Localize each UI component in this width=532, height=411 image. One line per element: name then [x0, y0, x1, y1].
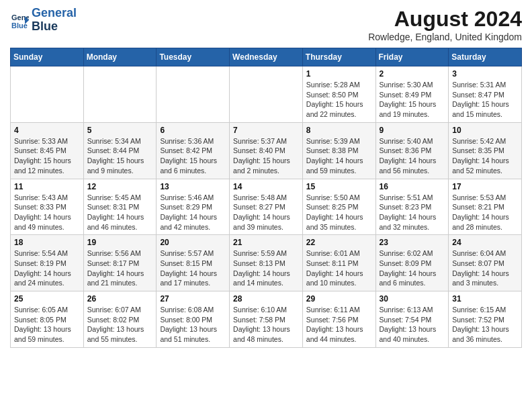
calendar-cell: 29Sunrise: 6:11 AM Sunset: 7:56 PM Dayli… [302, 291, 375, 348]
day-info: Sunrise: 5:43 AM Sunset: 8:33 PM Dayligh… [14, 193, 80, 232]
calendar-cell: 1Sunrise: 5:28 AM Sunset: 8:50 PM Daylig… [302, 66, 375, 123]
calendar-cell [11, 66, 84, 123]
calendar-cell: 13Sunrise: 5:46 AM Sunset: 8:29 PM Dayli… [157, 179, 230, 235]
day-number: 17 [452, 182, 518, 191]
day-info: Sunrise: 6:02 AM Sunset: 8:09 PM Dayligh… [380, 248, 445, 288]
day-info: Sunrise: 5:40 AM Sunset: 8:36 PM Dayligh… [380, 136, 445, 176]
day-info: Sunrise: 6:15 AM Sunset: 7:52 PM Dayligh… [452, 305, 518, 345]
calendar-cell: 9Sunrise: 5:40 AM Sunset: 8:36 PM Daylig… [375, 122, 449, 179]
day-info: Sunrise: 5:57 AM Sunset: 8:15 PM Dayligh… [160, 248, 226, 288]
calendar-cell: 2Sunrise: 5:30 AM Sunset: 8:49 PM Daylig… [375, 66, 449, 123]
calendar-cell: 26Sunrise: 6:07 AM Sunset: 8:02 PM Dayli… [83, 291, 157, 348]
day-number: 3 [452, 69, 518, 79]
subtitle: Rowledge, England, United Kingdom [368, 32, 522, 42]
day-info: Sunrise: 5:48 AM Sunset: 8:27 PM Dayligh… [233, 193, 299, 232]
day-info: Sunrise: 5:42 AM Sunset: 8:35 PM Dayligh… [452, 136, 518, 176]
calendar-cell [83, 66, 157, 123]
weekday-header-tuesday: Tuesday [157, 48, 230, 66]
day-number: 30 [380, 294, 445, 304]
calendar-cell [230, 66, 303, 123]
calendar-cell: 22Sunrise: 6:01 AM Sunset: 8:11 PM Dayli… [302, 235, 375, 291]
weekday-header-row: SundayMondayTuesdayWednesdayThursdayFrid… [11, 48, 522, 66]
day-number: 1 [306, 69, 372, 79]
day-info: Sunrise: 6:13 AM Sunset: 7:54 PM Dayligh… [380, 305, 445, 345]
day-info: Sunrise: 5:54 AM Sunset: 8:19 PM Dayligh… [14, 248, 80, 288]
weekday-header-saturday: Saturday [449, 48, 522, 66]
week-row-5: 25Sunrise: 6:05 AM Sunset: 8:05 PM Dayli… [11, 291, 522, 348]
day-number: 14 [233, 182, 299, 191]
calendar-cell: 7Sunrise: 5:37 AM Sunset: 8:40 PM Daylig… [230, 122, 303, 179]
day-number: 20 [160, 238, 226, 247]
day-info: Sunrise: 6:07 AM Sunset: 8:02 PM Dayligh… [87, 305, 153, 345]
day-number: 2 [380, 69, 445, 79]
day-info: Sunrise: 5:36 AM Sunset: 8:42 PM Dayligh… [160, 136, 226, 176]
calendar-cell: 23Sunrise: 6:02 AM Sunset: 8:09 PM Dayli… [375, 235, 449, 291]
day-number: 9 [380, 126, 445, 135]
day-info: Sunrise: 6:05 AM Sunset: 8:05 PM Dayligh… [14, 305, 80, 345]
day-number: 21 [233, 238, 299, 247]
day-info: Sunrise: 5:37 AM Sunset: 8:40 PM Dayligh… [233, 136, 299, 176]
day-info: Sunrise: 5:34 AM Sunset: 8:44 PM Dayligh… [87, 136, 153, 176]
day-number: 19 [87, 238, 153, 247]
calendar-cell: 31Sunrise: 6:15 AM Sunset: 7:52 PM Dayli… [449, 291, 522, 348]
calendar-cell: 16Sunrise: 5:51 AM Sunset: 8:23 PM Dayli… [375, 179, 449, 235]
day-info: Sunrise: 5:53 AM Sunset: 8:21 PM Dayligh… [452, 193, 518, 232]
calendar-cell: 27Sunrise: 6:08 AM Sunset: 8:00 PM Dayli… [157, 291, 230, 348]
calendar-cell: 5Sunrise: 5:34 AM Sunset: 8:44 PM Daylig… [83, 122, 157, 179]
logo-general: General [32, 7, 77, 20]
calendar-cell: 25Sunrise: 6:05 AM Sunset: 8:05 PM Dayli… [11, 291, 84, 348]
logo-icon: General Blue [10, 11, 29, 30]
day-info: Sunrise: 5:28 AM Sunset: 8:50 PM Dayligh… [306, 80, 372, 120]
calendar-cell: 12Sunrise: 5:45 AM Sunset: 8:31 PM Dayli… [83, 179, 157, 235]
day-number: 31 [452, 294, 518, 304]
day-number: 7 [233, 126, 299, 135]
day-number: 25 [14, 294, 80, 304]
calendar-cell: 18Sunrise: 5:54 AM Sunset: 8:19 PM Dayli… [11, 235, 84, 291]
day-info: Sunrise: 5:50 AM Sunset: 8:25 PM Dayligh… [306, 193, 372, 232]
day-info: Sunrise: 5:30 AM Sunset: 8:49 PM Dayligh… [380, 80, 445, 120]
week-row-4: 18Sunrise: 5:54 AM Sunset: 8:19 PM Dayli… [11, 235, 522, 291]
title-area: August 2024 Rowledge, England, United Ki… [368, 7, 522, 42]
day-number: 6 [160, 126, 226, 135]
logo-blue: Blue [32, 20, 77, 34]
day-number: 5 [87, 126, 153, 135]
calendar-cell: 19Sunrise: 5:56 AM Sunset: 8:17 PM Dayli… [83, 235, 157, 291]
day-number: 12 [87, 182, 153, 191]
day-info: Sunrise: 6:04 AM Sunset: 8:07 PM Dayligh… [452, 248, 518, 288]
day-info: Sunrise: 5:59 AM Sunset: 8:13 PM Dayligh… [233, 248, 299, 288]
day-info: Sunrise: 6:11 AM Sunset: 7:56 PM Dayligh… [306, 305, 372, 345]
calendar-cell: 14Sunrise: 5:48 AM Sunset: 8:27 PM Dayli… [230, 179, 303, 235]
day-number: 22 [306, 238, 372, 247]
weekday-header-monday: Monday [83, 48, 157, 66]
day-info: Sunrise: 5:33 AM Sunset: 8:45 PM Dayligh… [14, 136, 80, 176]
week-row-1: 1Sunrise: 5:28 AM Sunset: 8:50 PM Daylig… [11, 66, 522, 123]
day-info: Sunrise: 5:39 AM Sunset: 8:38 PM Dayligh… [306, 136, 372, 176]
day-number: 11 [14, 182, 80, 191]
weekday-header-friday: Friday [375, 48, 449, 66]
week-row-2: 4Sunrise: 5:33 AM Sunset: 8:45 PM Daylig… [11, 122, 522, 179]
calendar-cell [157, 66, 230, 123]
calendar-cell: 20Sunrise: 5:57 AM Sunset: 8:15 PM Dayli… [157, 235, 230, 291]
logo: General Blue General Blue [10, 7, 77, 34]
day-number: 8 [306, 126, 372, 135]
day-info: Sunrise: 6:08 AM Sunset: 8:00 PM Dayligh… [160, 305, 226, 345]
day-info: Sunrise: 5:51 AM Sunset: 8:23 PM Dayligh… [380, 193, 445, 232]
day-number: 4 [14, 126, 80, 135]
day-info: Sunrise: 6:10 AM Sunset: 7:58 PM Dayligh… [233, 305, 299, 345]
calendar-cell: 24Sunrise: 6:04 AM Sunset: 8:07 PM Dayli… [449, 235, 522, 291]
day-number: 10 [452, 126, 518, 135]
calendar-cell: 28Sunrise: 6:10 AM Sunset: 7:58 PM Dayli… [230, 291, 303, 348]
weekday-header-thursday: Thursday [302, 48, 375, 66]
calendar-cell: 11Sunrise: 5:43 AM Sunset: 8:33 PM Dayli… [11, 179, 84, 235]
day-number: 13 [160, 182, 226, 191]
calendar-cell: 15Sunrise: 5:50 AM Sunset: 8:25 PM Dayli… [302, 179, 375, 235]
day-info: Sunrise: 5:46 AM Sunset: 8:29 PM Dayligh… [160, 193, 226, 232]
calendar-cell: 3Sunrise: 5:31 AM Sunset: 8:47 PM Daylig… [449, 66, 522, 123]
day-number: 27 [160, 294, 226, 304]
week-row-3: 11Sunrise: 5:43 AM Sunset: 8:33 PM Dayli… [11, 179, 522, 235]
day-number: 28 [233, 294, 299, 304]
calendar-cell: 21Sunrise: 5:59 AM Sunset: 8:13 PM Dayli… [230, 235, 303, 291]
day-number: 18 [14, 238, 80, 247]
day-number: 15 [306, 182, 372, 191]
weekday-header-wednesday: Wednesday [230, 48, 303, 66]
